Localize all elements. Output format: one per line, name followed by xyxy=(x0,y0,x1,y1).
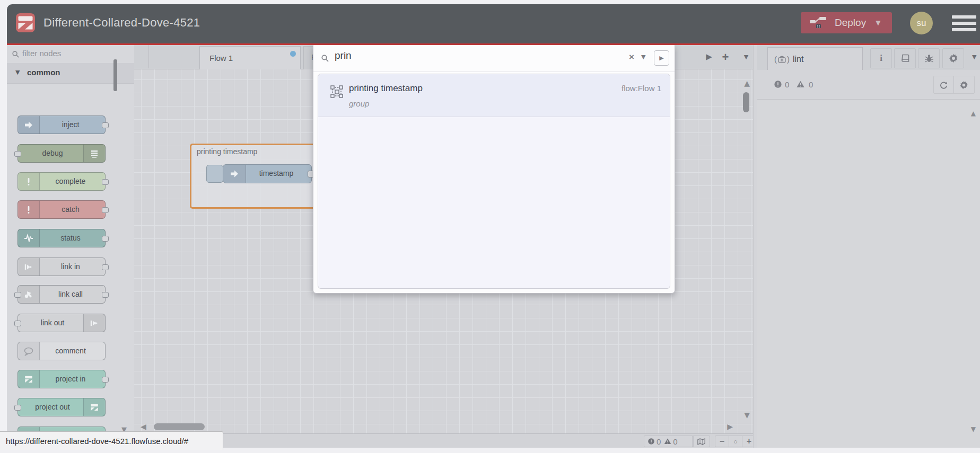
sidebar-scroll-down-icon[interactable]: ▼ xyxy=(971,425,976,433)
search-result-row[interactable]: printing timestamp flow:Flow 1 group xyxy=(318,74,670,117)
input-port[interactable] xyxy=(14,321,21,326)
palette-node-project-out[interactable]: project out xyxy=(18,398,106,416)
gear-icon xyxy=(959,81,968,90)
refresh-icon xyxy=(939,81,948,90)
palette-node-debug[interactable]: debug xyxy=(18,144,106,163)
canvas-scroll-up-icon[interactable]: ▲ xyxy=(744,79,750,87)
sidebar-tab-config-button[interactable] xyxy=(942,48,964,68)
canvas-scroll-left-icon[interactable]: ◀ xyxy=(141,422,146,431)
palette-node-link-out[interactable]: link out xyxy=(18,314,106,332)
output-port[interactable] xyxy=(102,292,109,298)
canvas-issue-badges[interactable]: 0 0 xyxy=(644,436,694,447)
result-flow-meta: flow:Flow 1 xyxy=(622,84,661,93)
canvas-vscrollbar-thumb[interactable] xyxy=(743,92,749,112)
link-icon xyxy=(83,314,105,332)
palette-node-comment[interactable]: comment xyxy=(18,342,106,360)
palette-filter-placeholder: filter nodes xyxy=(22,49,61,58)
zoom-reset-button[interactable]: ○ xyxy=(729,436,742,447)
canvas-scroll-down-icon[interactable]: ▼ xyxy=(744,411,750,419)
output-port[interactable] xyxy=(102,264,109,270)
clear-search-icon[interactable]: × xyxy=(629,52,634,63)
sidebar-tab-lint[interactable]: ( ) lint xyxy=(767,47,863,70)
output-port[interactable] xyxy=(102,179,109,185)
sidebar-tab-debug-button[interactable] xyxy=(918,48,940,68)
sidebar-tab-info-button[interactable]: i xyxy=(870,48,892,68)
link-icon xyxy=(18,258,40,276)
sidebar-menu-caret-icon[interactable]: ▼ xyxy=(972,54,976,60)
inject-trigger-button[interactable] xyxy=(206,165,223,183)
main-menu-button[interactable] xyxy=(952,15,976,32)
search-next-button[interactable]: ▶ xyxy=(654,50,669,66)
palette-node-catch[interactable]: catch xyxy=(18,200,106,219)
error-count: 0 xyxy=(657,437,661,446)
output-port[interactable] xyxy=(102,377,109,383)
palette-node-project-in[interactable]: project in xyxy=(18,370,106,388)
output-port[interactable] xyxy=(102,122,109,128)
palette-node-inject[interactable]: inject xyxy=(18,116,106,134)
result-type: group xyxy=(349,99,369,108)
output-port[interactable] xyxy=(102,207,109,213)
warning-count: 0 xyxy=(673,437,677,446)
user-avatar[interactable]: su xyxy=(910,12,933,34)
input-port[interactable] xyxy=(14,151,21,157)
warning-icon xyxy=(796,80,805,88)
error-icon xyxy=(648,438,655,445)
palette-scrollbar[interactable] xyxy=(113,59,117,91)
input-port[interactable] xyxy=(14,405,21,411)
right-sidebar: ( ) lint i ▼ 0 0 xyxy=(757,45,980,448)
inject-node-timestamp[interactable]: timestamp xyxy=(223,164,312,183)
palette-node-status[interactable]: status xyxy=(18,229,106,247)
first-aid-kit-icon xyxy=(777,55,786,64)
hamburger-icon xyxy=(952,15,976,19)
canvas-hscrollbar-thumb[interactable] xyxy=(154,423,205,430)
browser-status-tooltip: https://different-collared-dove-4521.flo… xyxy=(0,431,223,450)
add-flow-button[interactable]: + xyxy=(719,45,732,69)
search-input[interactable] xyxy=(334,49,707,62)
search-options-caret-icon[interactable]: ▼ xyxy=(641,54,645,60)
input-port[interactable] xyxy=(14,292,21,298)
sidebar-scroll-up-icon[interactable]: ▲ xyxy=(971,110,976,117)
lint-refresh-button[interactable] xyxy=(934,76,953,93)
deploy-button[interactable]: Deploy ▼ xyxy=(801,12,892,33)
unsaved-changes-dot xyxy=(290,51,296,57)
search-input-row: × ▼ ▶ xyxy=(313,45,675,72)
output-port[interactable] xyxy=(102,236,109,242)
chevron-down-icon: ▼ xyxy=(15,69,20,76)
lint-settings-button[interactable] xyxy=(954,76,974,93)
canvas-footer: 0 0 − ○ + xyxy=(134,433,753,448)
map-icon xyxy=(697,438,706,446)
info-icon: i xyxy=(880,53,882,64)
link-call-icon xyxy=(18,286,40,303)
sidebar-tabbar: ( ) lint i ▼ xyxy=(757,45,980,70)
lint-error-count: 0 xyxy=(785,80,789,89)
comment-bubble-icon xyxy=(18,342,40,360)
group-icon xyxy=(330,85,344,99)
search-icon xyxy=(12,50,20,58)
flowfuse-logo-icon xyxy=(18,370,40,388)
lint-actions xyxy=(933,76,975,94)
zoom-controls: − ○ + xyxy=(715,436,756,447)
lint-toolbar: 0 0 xyxy=(757,70,980,100)
zoom-out-button[interactable]: − xyxy=(715,436,729,447)
exclamation-icon xyxy=(18,173,40,190)
canvas-scroll-right-icon[interactable]: ▶ xyxy=(727,422,733,431)
lint-warning-count: 0 xyxy=(809,80,813,89)
minimap-toggle-button[interactable] xyxy=(692,436,710,447)
page-title: Different-Collared-Dove-4521 xyxy=(43,16,200,30)
deploy-label: Deploy xyxy=(835,17,866,29)
pulse-icon xyxy=(18,229,40,247)
palette-node-link-call[interactable]: link call xyxy=(18,285,106,304)
palette-node-link-in[interactable]: link in xyxy=(18,257,106,276)
flow-list-caret-icon[interactable]: ▼ xyxy=(741,45,751,69)
flowfuse-logo-icon xyxy=(16,13,35,32)
debug-icon xyxy=(83,145,105,162)
sidebar-tab-help-button[interactable] xyxy=(894,48,916,68)
group-label: printing timestamp xyxy=(197,147,257,156)
tab-flow-1[interactable]: Flow 1 xyxy=(199,46,301,69)
palette-node-complete[interactable]: complete xyxy=(18,172,106,191)
error-icon xyxy=(774,80,782,88)
node-palette: filter nodes ▼ common ▼ inject debug com… xyxy=(7,45,135,448)
deploy-caret-icon[interactable]: ▼ xyxy=(876,19,880,26)
header: Different-Collared-Dove-4521 Deploy ▼ su xyxy=(7,4,980,45)
bug-icon xyxy=(924,54,934,63)
